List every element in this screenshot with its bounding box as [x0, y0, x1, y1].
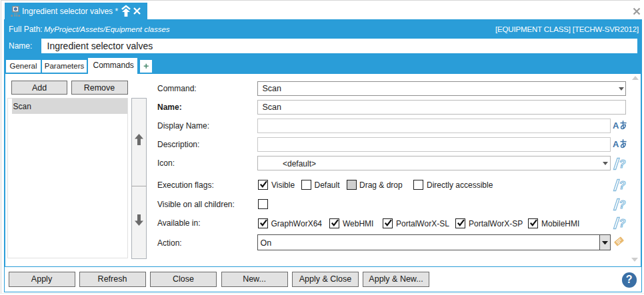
svg-text:?: ? [619, 199, 626, 210]
svg-text:?: ? [619, 180, 626, 191]
svg-text:?: ? [619, 218, 626, 229]
svg-text:?: ? [619, 158, 626, 170]
svg-text:A: A [613, 121, 619, 131]
svg-text:A: A [613, 139, 619, 149]
